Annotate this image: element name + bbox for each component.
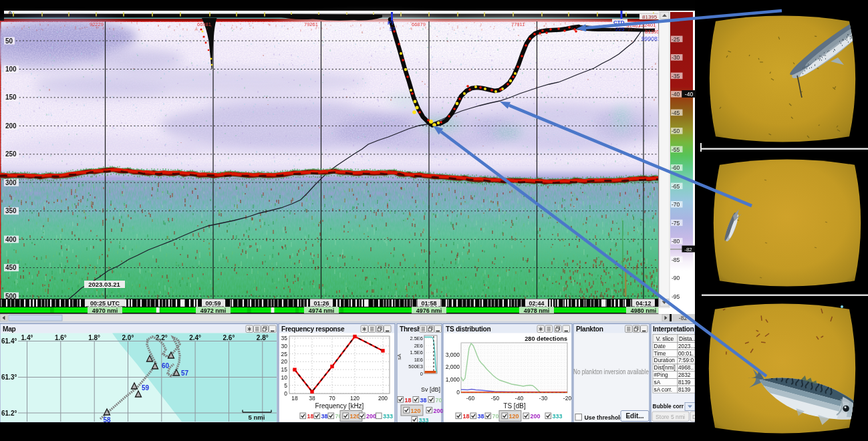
svg-text:-82: -82 bbox=[684, 247, 692, 253]
svg-text:1.8°: 1.8° bbox=[88, 334, 100, 341]
svg-text:59: 59 bbox=[142, 384, 150, 392]
svg-text:-55: -55 bbox=[672, 146, 680, 153]
svg-text:2.4°: 2.4° bbox=[189, 334, 201, 341]
svg-text:Duration: Duration bbox=[654, 357, 676, 363]
svg-text:350: 350 bbox=[5, 207, 17, 214]
svg-text:Frequency [kHz]: Frequency [kHz] bbox=[315, 402, 364, 410]
svg-text:Date: Date bbox=[654, 343, 666, 349]
svg-text:-40: -40 bbox=[515, 395, 524, 402]
svg-text:66879: 66879 bbox=[412, 21, 426, 27]
svg-text:77911: 77911 bbox=[511, 21, 525, 27]
svg-text:2.6°: 2.6° bbox=[223, 334, 235, 341]
svg-text:-80: -80 bbox=[672, 238, 680, 245]
svg-text:200: 200 bbox=[366, 413, 376, 420]
svg-text:250: 250 bbox=[5, 150, 17, 158]
svg-text:999081: 999081 bbox=[641, 35, 661, 42]
svg-text:30: 30 bbox=[281, 343, 288, 349]
svg-text:3,000: 3,000 bbox=[446, 351, 460, 358]
svg-text:200: 200 bbox=[531, 413, 541, 420]
svg-text:38: 38 bbox=[309, 395, 315, 402]
svg-text:00:25 UTC: 00:25 UTC bbox=[90, 300, 120, 307]
svg-text:sA: sA bbox=[396, 353, 402, 360]
svg-text:2.8°: 2.8° bbox=[257, 334, 269, 341]
svg-text:57: 57 bbox=[390, 26, 395, 32]
svg-text:-85: -85 bbox=[672, 257, 680, 263]
svg-text:2E6: 2E6 bbox=[414, 343, 423, 349]
svg-text:1.6°: 1.6° bbox=[55, 334, 67, 341]
svg-text:TS distribution: TS distribution bbox=[446, 325, 490, 333]
svg-text:-30: -30 bbox=[539, 395, 548, 402]
svg-text:18: 18 bbox=[291, 395, 298, 402]
svg-text:1,000: 1,000 bbox=[446, 376, 460, 383]
svg-text:V. slice: V. slice bbox=[656, 335, 674, 342]
svg-text:Bubble corr: Bubble corr bbox=[653, 403, 684, 410]
svg-text:5: 5 bbox=[284, 382, 287, 389]
svg-text:25: 25 bbox=[281, 351, 288, 357]
svg-text:70: 70 bbox=[492, 413, 499, 420]
svg-text:120: 120 bbox=[350, 395, 359, 402]
svg-text:01:26: 01:26 bbox=[313, 300, 329, 307]
svg-text:Time: Time bbox=[654, 350, 667, 357]
svg-text:-40: -40 bbox=[685, 91, 694, 98]
svg-text:4974 nmi: 4974 nmi bbox=[309, 307, 335, 314]
svg-text:8139: 8139 bbox=[678, 379, 691, 386]
svg-text:Map: Map bbox=[3, 325, 16, 333]
svg-text:57: 57 bbox=[181, 370, 189, 377]
svg-text:18: 18 bbox=[307, 413, 314, 420]
svg-text:sA: sA bbox=[654, 379, 661, 386]
svg-text:Frequency response: Frequency response bbox=[281, 325, 345, 333]
svg-text:-95: -95 bbox=[672, 293, 680, 300]
svg-text:225: 225 bbox=[615, 26, 625, 32]
svg-text:61.2°: 61.2° bbox=[1, 410, 17, 417]
svg-text:200: 200 bbox=[434, 408, 444, 414]
svg-text:04:12: 04:12 bbox=[635, 300, 651, 307]
svg-text:Dista..: Dista.. bbox=[679, 335, 695, 342]
svg-text:No plankton inversion availabl: No plankton inversion available bbox=[573, 368, 649, 376]
svg-text:0: 0 bbox=[456, 389, 460, 396]
svg-text:Edit...: Edit... bbox=[625, 412, 643, 420]
svg-text:-20: -20 bbox=[563, 395, 572, 402]
svg-text:1E6: 1E6 bbox=[414, 357, 423, 363]
svg-text:00:01.: 00:01. bbox=[678, 350, 694, 357]
svg-text:150: 150 bbox=[5, 94, 17, 101]
svg-text:70: 70 bbox=[329, 395, 335, 402]
svg-text:81395: 81395 bbox=[645, 29, 660, 35]
svg-text:-40: -40 bbox=[672, 91, 680, 98]
svg-text:2,000: 2,000 bbox=[446, 363, 460, 370]
svg-text:Sv [dB]: Sv [dB] bbox=[421, 386, 440, 393]
svg-text:1.5E6: 1.5E6 bbox=[410, 349, 423, 355]
svg-text:18: 18 bbox=[405, 397, 412, 404]
svg-text:7:59:0: 7:59:0 bbox=[678, 357, 694, 363]
svg-text:50: 50 bbox=[5, 37, 13, 45]
svg-text:333: 333 bbox=[553, 413, 563, 420]
svg-text:280 detections: 280 detections bbox=[525, 335, 567, 342]
svg-text:2023...: 2023... bbox=[678, 343, 695, 349]
svg-text:38: 38 bbox=[478, 413, 484, 420]
svg-text:-60: -60 bbox=[466, 395, 475, 402]
svg-text:-35: -35 bbox=[672, 73, 680, 80]
svg-text:-25: -25 bbox=[672, 36, 680, 43]
svg-text:5 nmi: 5 nmi bbox=[249, 414, 265, 421]
svg-text:200: 200 bbox=[378, 395, 388, 402]
svg-text:79261: 79261 bbox=[304, 21, 318, 27]
svg-text:100: 100 bbox=[5, 65, 17, 73]
svg-text:38: 38 bbox=[321, 413, 328, 420]
svg-text:0: 0 bbox=[284, 390, 287, 397]
svg-text:-65: -65 bbox=[672, 183, 680, 190]
svg-text:60: 60 bbox=[162, 362, 170, 370]
svg-text:400: 400 bbox=[5, 236, 17, 243]
svg-text:-60: -60 bbox=[672, 164, 680, 171]
svg-text:10: 10 bbox=[281, 374, 288, 381]
svg-text:sA corr.: sA corr. bbox=[654, 386, 673, 393]
svg-text:#Ping: #Ping bbox=[654, 372, 669, 378]
svg-text:120: 120 bbox=[411, 408, 421, 414]
svg-text:2.0°: 2.0° bbox=[122, 334, 134, 341]
svg-text:TS [dB]: TS [dB] bbox=[503, 402, 526, 410]
svg-text:-75: -75 bbox=[672, 220, 680, 227]
svg-text:120: 120 bbox=[350, 413, 360, 420]
svg-text:-50: -50 bbox=[672, 128, 680, 134]
svg-text:1.4°: 1.4° bbox=[21, 334, 33, 341]
svg-text:18: 18 bbox=[463, 413, 470, 420]
svg-text:15: 15 bbox=[281, 366, 288, 373]
svg-text:-50: -50 bbox=[491, 395, 500, 402]
